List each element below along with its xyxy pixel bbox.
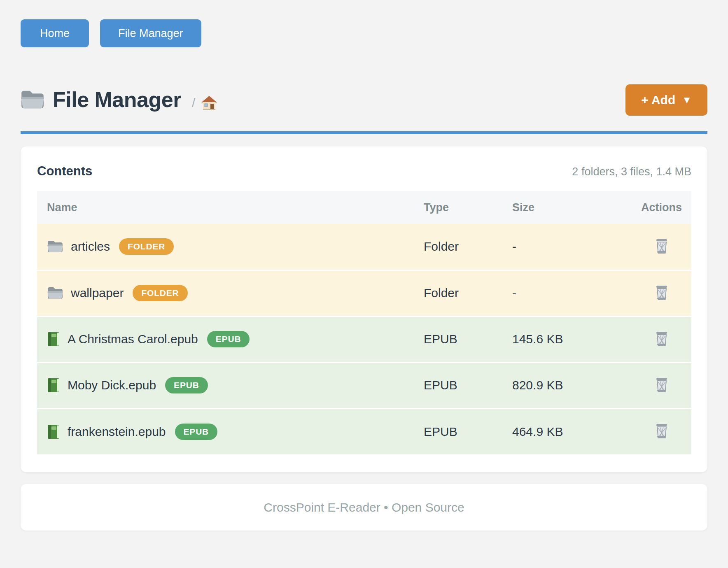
column-header-actions: Actions [632, 191, 691, 224]
footer: CrossPoint E-Reader • Open Source [21, 484, 707, 531]
file-manager-page: Home File Manager File Manager / + Add ▼… [0, 0, 728, 531]
home-icon[interactable] [201, 95, 217, 110]
title-divider [21, 131, 707, 134]
file-size: - [512, 270, 632, 316]
page-header: File Manager / + Add ▼ [21, 84, 707, 116]
breadcrumb-separator: / [192, 96, 195, 110]
file-size: 464.9 KB [512, 408, 632, 454]
file-name-link[interactable]: frankenstein.epub [68, 425, 166, 439]
trash-icon [655, 331, 669, 347]
breadcrumb: / [192, 95, 217, 110]
file-type: EPUB [424, 316, 512, 362]
delete-button[interactable] [653, 421, 670, 440]
file-type: EPUB [424, 408, 512, 454]
file-type: EPUB [424, 362, 512, 408]
file-name-link[interactable]: articles [71, 240, 110, 254]
folder-icon [47, 240, 63, 253]
file-size: 820.9 KB [512, 362, 632, 408]
delete-button[interactable] [653, 329, 670, 348]
footer-text: CrossPoint E-Reader • Open Source [264, 500, 464, 514]
caret-down-icon: ▼ [682, 94, 692, 106]
files-table-header: Name Type Size Actions [37, 191, 691, 224]
file-size: 145.6 KB [512, 316, 632, 362]
column-header-name: Name [37, 191, 424, 224]
contents-card: Contents 2 folders, 3 files, 1.4 MB Name… [21, 147, 707, 472]
file-name-link[interactable]: wallpaper [71, 286, 124, 300]
folder-icon [47, 286, 63, 300]
delete-button[interactable] [653, 283, 670, 302]
table-row-articles: articles FOLDER Folder - [37, 224, 691, 270]
file-type: Folder [424, 224, 512, 270]
column-header-type: Type [424, 191, 512, 224]
trash-icon [655, 238, 669, 254]
files-table: Name Type Size Actions articles FOLDER [37, 191, 691, 454]
nav-file-manager-button[interactable]: File Manager [100, 19, 201, 47]
page-title: File Manager [53, 87, 181, 112]
trash-icon [655, 377, 669, 393]
table-row-wallpaper: wallpaper FOLDER Folder - [37, 270, 691, 316]
table-row-frankenstein: frankenstein.epub EPUB EPUB 464.9 KB [37, 408, 691, 454]
file-size: - [512, 224, 632, 270]
contents-summary: 2 folders, 3 files, 1.4 MB [572, 165, 691, 178]
contents-heading: Contents [37, 164, 92, 179]
epub-badge: EPUB [165, 377, 208, 393]
nav-home-button[interactable]: Home [21, 19, 89, 47]
top-nav: Home File Manager [21, 19, 707, 47]
trash-icon [655, 423, 669, 439]
delete-button[interactable] [653, 375, 670, 394]
column-header-size: Size [512, 191, 632, 224]
folder-badge: FOLDER [133, 285, 187, 301]
book-icon [47, 378, 60, 393]
delete-button[interactable] [653, 237, 670, 256]
epub-badge: EPUB [175, 424, 218, 440]
book-icon [47, 332, 60, 347]
add-button-label: + Add [641, 93, 675, 107]
epub-badge: EPUB [207, 331, 250, 347]
trash-icon [655, 285, 669, 300]
table-row-moby-dick: Moby Dick.epub EPUB EPUB 820.9 KB [37, 362, 691, 408]
table-row-christmas-carol: A Christmas Carol.epub EPUB EPUB 145.6 K… [37, 316, 691, 362]
contents-card-header: Contents 2 folders, 3 files, 1.4 MB [37, 164, 691, 179]
folder-icon [21, 90, 44, 109]
add-button[interactable]: + Add ▼ [625, 84, 707, 116]
file-name-link[interactable]: Moby Dick.epub [68, 378, 156, 392]
file-name-link[interactable]: A Christmas Carol.epub [68, 332, 198, 346]
folder-badge: FOLDER [119, 238, 174, 255]
file-type: Folder [424, 270, 512, 316]
book-icon [47, 424, 60, 439]
